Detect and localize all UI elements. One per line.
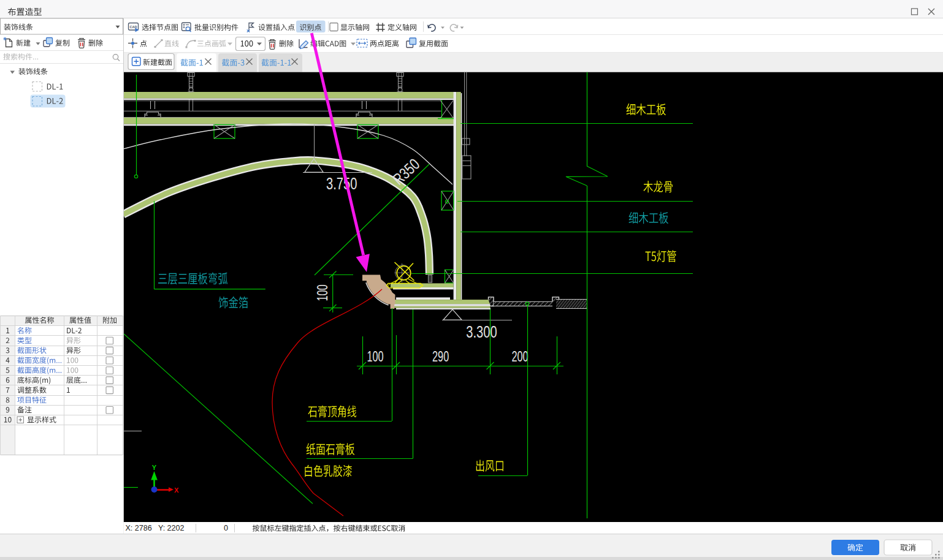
- svg-text:3.300: 3.300: [466, 322, 497, 341]
- svg-text:3.750: 3.750: [326, 174, 357, 193]
- svg-text:Y: Y: [152, 464, 157, 471]
- svg-text:100: 100: [314, 284, 330, 301]
- svg-text:100: 100: [367, 348, 383, 365]
- svg-text:CAD: CAD: [130, 25, 137, 29]
- svg-text:290: 290: [432, 348, 449, 365]
- svg-text:Y: 2202: Y: 2202: [158, 524, 184, 532]
- svg-text:X: 2786: X: 2786: [126, 524, 152, 532]
- svg-text:200: 200: [511, 348, 528, 365]
- svg-text:0: 0: [224, 524, 228, 532]
- svg-text:X: X: [174, 486, 179, 494]
